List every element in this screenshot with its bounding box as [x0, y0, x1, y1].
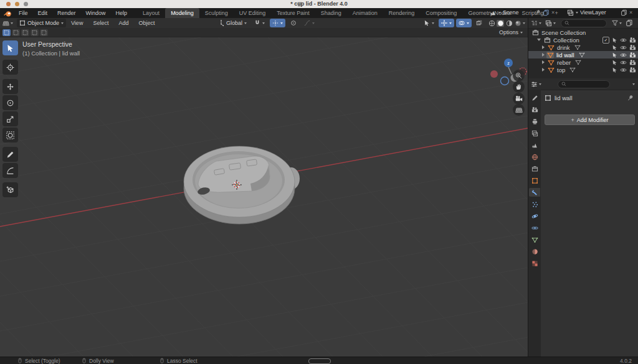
menu-window[interactable]: Window — [81, 8, 111, 18]
shading-rendered-button[interactable] — [514, 20, 521, 27]
workspace-tab-shading[interactable]: Shading — [315, 8, 347, 18]
selectable-pointer-icon[interactable] — [612, 60, 617, 65]
outliner-filter-dropdown[interactable] — [612, 20, 622, 26]
tab-material[interactable] — [529, 247, 540, 256]
viewport-menu-add[interactable]: Add — [113, 18, 133, 28]
tool-move[interactable] — [2, 79, 18, 94]
workspace-tab-texture-paint[interactable]: Texture Paint — [271, 8, 315, 18]
chevron-down-icon[interactable] — [576, 12, 578, 14]
overlays-toggle[interactable] — [456, 19, 472, 27]
viewport-menu-object[interactable]: Object — [133, 18, 160, 28]
proportional-falloff-dropdown[interactable] — [302, 19, 317, 27]
tool-cursor[interactable] — [2, 60, 18, 75]
selectable-pointer-icon[interactable] — [612, 37, 617, 43]
tab-render[interactable] — [529, 105, 540, 114]
zoom-view-button[interactable] — [513, 70, 525, 82]
outliner-row-drink[interactable]: drink — [528, 44, 638, 51]
chevron-down-icon[interactable] — [523, 22, 525, 24]
select-mode-subtract-button[interactable] — [21, 29, 29, 36]
tool-scale[interactable] — [2, 111, 18, 126]
add-modifier-button[interactable]: + Add Modifier — [545, 114, 635, 125]
tab-output[interactable] — [529, 117, 540, 126]
select-mode-extend-button[interactable] — [12, 29, 20, 36]
render-camera-icon[interactable] — [629, 52, 636, 58]
workspace-tab-uv-editing[interactable]: UV Editing — [234, 8, 272, 18]
visibility-eye-icon[interactable] — [620, 44, 627, 51]
tool-select-box[interactable] — [2, 40, 18, 55]
chevron-down-icon[interactable] — [632, 83, 635, 85]
show-object-types-dropdown[interactable] — [421, 19, 437, 27]
visibility-eye-icon[interactable] — [620, 52, 627, 58]
menu-help[interactable]: Help — [111, 8, 133, 18]
tool-add-cube[interactable] — [2, 182, 18, 197]
tab-object-data[interactable] — [529, 235, 540, 244]
tab-tool[interactable] — [529, 93, 540, 102]
toggle-perspective-button[interactable] — [513, 104, 525, 116]
workspace-tab-modeling[interactable]: Modeling — [165, 8, 199, 18]
render-camera-icon[interactable] — [629, 59, 636, 66]
tool-measure[interactable] — [2, 163, 18, 178]
tool-annotate[interactable] — [2, 147, 18, 162]
properties-search-input[interactable] — [568, 82, 606, 87]
snap-toggle[interactable] — [252, 19, 267, 27]
tab-scene[interactable] — [529, 141, 540, 149]
new-collection-icon[interactable] — [626, 19, 633, 27]
tool-transform[interactable] — [2, 128, 18, 142]
tab-view-layer[interactable] — [529, 129, 540, 138]
disclosure-closed-icon[interactable] — [542, 45, 545, 49]
tab-collection[interactable] — [529, 164, 540, 173]
shading-material-preview-button[interactable] — [505, 20, 513, 27]
close-icon[interactable]: × — [551, 9, 555, 16]
tab-physics[interactable] — [529, 212, 540, 220]
viewport-menu-view[interactable]: View — [66, 18, 88, 28]
disclosure-closed-icon[interactable] — [542, 68, 545, 72]
pan-view-button[interactable] — [513, 81, 525, 93]
outliner-search[interactable] — [561, 19, 607, 27]
view-layer-name[interactable]: ViewLayer — [580, 9, 619, 16]
breadcrumb-object-name[interactable]: lid wall — [555, 95, 573, 101]
pin-icon[interactable] — [533, 8, 542, 17]
new-scene-icon[interactable] — [543, 9, 550, 16]
outliner-search-input[interactable] — [571, 21, 603, 26]
render-camera-icon[interactable] — [629, 37, 636, 44]
workspace-tab-animation[interactable]: Animation — [347, 8, 383, 18]
blender-logo-icon[interactable] — [4, 9, 12, 17]
viewport-3d-scene[interactable] — [0, 18, 528, 357]
transform-orientation-dropdown[interactable]: Global — [216, 19, 249, 27]
editor-type-button[interactable] — [2, 20, 13, 27]
shading-solid-button[interactable] — [497, 20, 504, 27]
workspace-tab-layout[interactable]: Layout — [137, 8, 165, 18]
viewport-menu-select[interactable]: Select — [88, 18, 113, 28]
disclosure-closed-icon[interactable] — [542, 53, 545, 57]
render-camera-icon[interactable] — [629, 67, 636, 73]
tool-rotate[interactable] — [2, 95, 18, 110]
camera-view-button[interactable] — [513, 93, 525, 105]
gizmos-toggle[interactable] — [439, 19, 454, 27]
close-icon[interactable]: × — [629, 9, 632, 16]
snap-target-dropdown[interactable] — [270, 19, 285, 27]
render-camera-icon[interactable] — [629, 44, 636, 51]
shading-wireframe-button[interactable] — [488, 20, 495, 27]
menu-file[interactable]: File — [14, 8, 33, 18]
collection-checkbox[interactable]: ✓ — [602, 37, 609, 44]
outliner-row-collection[interactable]: Collection ✓ — [528, 36, 638, 44]
chevron-down-icon[interactable] — [498, 12, 501, 14]
outliner-row-lid-wall[interactable]: lid wall — [528, 51, 638, 58]
disclosure-open-icon[interactable] — [537, 39, 541, 41]
outliner-row-scene-collection[interactable]: Scene Collection — [528, 29, 638, 36]
outliner-display-mode-dropdown[interactable] — [545, 20, 556, 27]
outliner-editor-type-button[interactable] — [531, 20, 541, 27]
navigation-gizmo[interactable]: z — [489, 42, 529, 86]
tab-world[interactable] — [529, 152, 540, 161]
scene-name[interactable]: Scene — [503, 9, 533, 16]
menu-render[interactable]: Render — [52, 8, 81, 18]
new-view-layer-icon[interactable] — [621, 9, 627, 16]
outliner-row-reber[interactable]: reber — [528, 58, 638, 66]
proportional-editing-toggle[interactable] — [288, 19, 299, 27]
disclosure-closed-icon[interactable] — [542, 60, 545, 64]
workspace-tab-rendering[interactable]: Rendering — [383, 8, 421, 18]
tab-constraints[interactable] — [529, 223, 540, 232]
visibility-eye-icon[interactable] — [620, 37, 627, 44]
selectable-pointer-icon[interactable] — [612, 52, 617, 58]
properties-search[interactable] — [558, 80, 610, 88]
